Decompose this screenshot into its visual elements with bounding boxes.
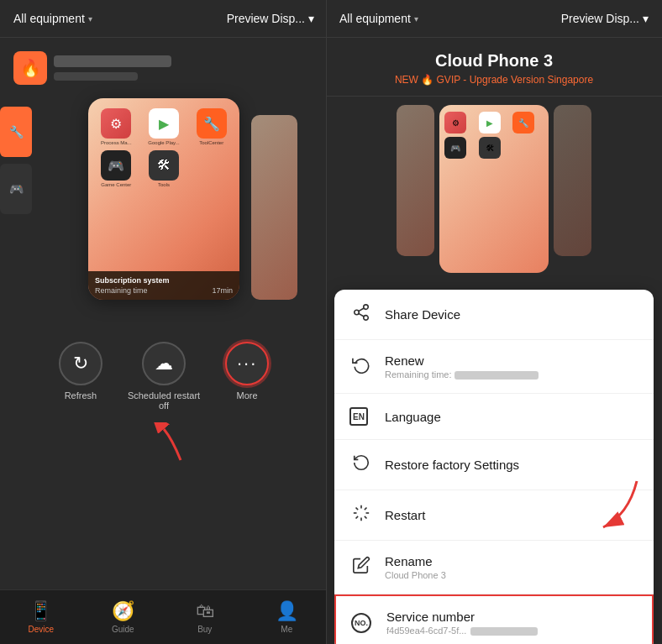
- right-dim-card: [554, 105, 591, 256]
- process-ma-label: Process Ma...: [101, 140, 132, 145]
- device-thumbnail: 🔥: [13, 51, 47, 85]
- google-play-label: Google Play...: [148, 140, 179, 145]
- app-game-center: 🎮 Game Center: [95, 150, 138, 187]
- language-title: Language: [385, 410, 638, 424]
- guide-nav-icon: 🧭: [112, 600, 134, 622]
- me-nav-label: Me: [281, 625, 292, 634]
- right-preview-dropdown[interactable]: Preview Disp... ▾: [561, 12, 649, 25]
- svg-point-1: [364, 305, 369, 310]
- all-equipment-dropdown[interactable]: All equipment ▾: [13, 12, 92, 25]
- share-device-text: Share Device: [385, 307, 638, 322]
- nav-guide[interactable]: 🧭 Guide: [82, 600, 165, 634]
- right-red-arrow: [578, 473, 645, 540]
- refresh-label: Refresh: [65, 390, 97, 401]
- renew-subtitle: Remaining time:: [385, 369, 638, 380]
- r-tools-icon: 🛠: [479, 137, 501, 159]
- renew-text: Renew Remaining time:: [385, 353, 638, 380]
- renew-item[interactable]: Renew Remaining time:: [334, 340, 654, 394]
- game-center-label: Game Center: [101, 182, 131, 187]
- buy-nav-label: Buy: [197, 625, 212, 634]
- language-icon: EN: [349, 407, 373, 426]
- right-arrow-container: [578, 473, 645, 543]
- right-device-preview: ⚙ ▶ 🔧 🎮 🛠: [326, 97, 662, 281]
- remaining-value: 17min: [212, 286, 233, 295]
- bottom-nav: 📱 Device 🧭 Guide 🛍 Buy 👤 Me: [0, 589, 328, 644]
- svg-line-13: [365, 508, 367, 510]
- svg-point-3: [364, 316, 369, 321]
- device-info-row: 🔥: [0, 38, 328, 98]
- preview-label: Preview Disp...: [227, 12, 305, 25]
- restore-factory-text: Restore factory Settings: [385, 458, 638, 472]
- toolcenter-label: ToolCenter: [199, 140, 223, 145]
- device-header: Cloud Phone 3 NEW 🔥 GVIP - Upgrade Versi…: [326, 38, 662, 97]
- svg-point-2: [355, 310, 360, 315]
- google-play-icon: ▶: [149, 108, 179, 139]
- app-google-play: ▶ Google Play...: [143, 108, 186, 145]
- app-grid: ⚙ Process Ma... ▶ Google Play... 🔧: [95, 108, 233, 187]
- service-number-title: Service number: [386, 610, 637, 624]
- restore-factory-icon: [349, 453, 373, 476]
- restart-icon: [349, 504, 373, 526]
- left-dim-card: [397, 105, 434, 256]
- share-device-icon: [349, 303, 373, 326]
- tools-label: Tools: [158, 182, 170, 187]
- share-device-title: Share Device: [385, 307, 638, 322]
- main-phone-card: ⚙ Process Ma... ▶ Google Play... 🔧: [88, 98, 239, 300]
- chevron-down-icon-2: ▾: [308, 12, 314, 25]
- right-equipment-label: All equipment: [339, 12, 411, 25]
- nav-device[interactable]: 📱 Device: [0, 600, 82, 634]
- service-number-text: Service number f4d59ea4-6cd7-5f...: [386, 610, 637, 636]
- renew-icon: [349, 355, 373, 378]
- process-ma-icon: ⚙: [101, 108, 131, 139]
- left-panel: All equipment ▾ Preview Disp... ▾ 🔥 🔧: [0, 0, 328, 644]
- r-tool-icon: 🔧: [512, 112, 534, 134]
- service-number-icon: NO.: [351, 613, 375, 633]
- device-sub-blurred: [54, 72, 138, 81]
- scheduled-restart-circle: ☁: [142, 342, 186, 385]
- share-device-item[interactable]: Share Device: [334, 290, 654, 340]
- right-app-grid: ⚙ ▶ 🔧 🎮 🛠: [444, 112, 544, 159]
- device-name-blurred: [54, 55, 171, 67]
- more-label: More: [237, 390, 258, 401]
- right-equipment-dropdown[interactable]: All equipment ▾: [339, 12, 418, 25]
- right-main-card: ⚙ ▶ 🔧 🎮 🛠: [439, 105, 549, 273]
- right-chevron-icon: ▾: [414, 14, 418, 24]
- dropdown-menu: Share Device Renew Remaining time: EN: [334, 290, 654, 644]
- device-nav-icon: 📱: [29, 600, 52, 622]
- subscription-title: Subscription system: [95, 276, 233, 285]
- device-subtitle: NEW 🔥 GVIP - Upgrade Version Singapore: [339, 74, 649, 86]
- right-panel: All equipment ▾ Preview Disp... ▾ Cloud …: [326, 0, 662, 644]
- subscription-bar: Subscription system Remaining time 17min: [88, 271, 239, 300]
- red-arrow-up: [139, 422, 189, 464]
- remaining-label: Remaining time: [95, 286, 148, 295]
- rename-item[interactable]: Rename Cloud Phone 3: [334, 541, 654, 594]
- tools-icon: 🛠: [149, 150, 179, 181]
- game-center-icon: 🎮: [101, 150, 131, 181]
- renew-title: Renew: [385, 353, 638, 368]
- r-process-icon: ⚙: [444, 112, 466, 134]
- right-preview-label: Preview Disp...: [561, 12, 639, 25]
- rename-title: Rename: [385, 554, 638, 568]
- svg-line-12: [356, 516, 359, 519]
- me-nav-icon: 👤: [276, 600, 298, 622]
- device-cards-area: 🔧 🎮 ⚙ Process Ma... ▶: [13, 98, 314, 300]
- r-google-icon: ▶: [479, 112, 501, 134]
- preview-display-dropdown[interactable]: Preview Disp... ▾: [227, 12, 314, 25]
- language-item[interactable]: EN Language: [334, 394, 654, 440]
- more-circle: ···: [225, 342, 269, 385]
- nav-buy[interactable]: 🛍 Buy: [164, 600, 246, 634]
- guide-nav-label: Guide: [112, 625, 134, 634]
- refresh-button[interactable]: ↻ Refresh: [59, 342, 102, 411]
- restore-factory-title: Restore factory Settings: [385, 458, 638, 472]
- nav-me[interactable]: 👤 Me: [246, 600, 328, 634]
- rename-text: Rename Cloud Phone 3: [385, 554, 638, 580]
- right-top-bar: All equipment ▾ Preview Disp... ▾: [326, 0, 662, 38]
- service-number-item[interactable]: NO. Service number f4d59ea4-6cd7-5f...: [334, 594, 654, 644]
- device-nav-label: Device: [28, 625, 54, 634]
- side-phone-card: [251, 115, 297, 300]
- equipment-label: All equipment: [13, 12, 85, 25]
- scheduled-restart-button[interactable]: ☁ Scheduled restartoff: [128, 342, 200, 411]
- svg-line-9: [365, 516, 367, 519]
- service-number-subtitle: f4d59ea4-6cd7-5f...: [386, 626, 637, 636]
- more-button[interactable]: ··· More: [225, 342, 269, 411]
